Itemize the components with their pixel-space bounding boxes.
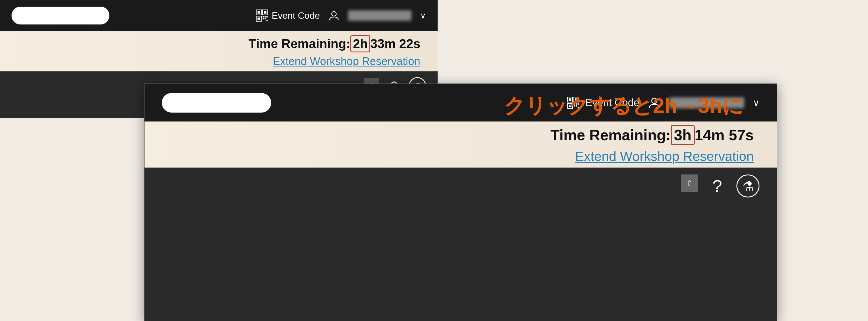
qr-code-icon[interactable]	[256, 9, 268, 22]
event-code-label: Event Code	[272, 10, 320, 21]
svg-rect-10	[265, 18, 266, 19]
help-icon-bottom: ?	[713, 176, 722, 196]
svg-rect-11	[266, 20, 268, 21]
bottom-footer-nav: ⇧ ? ⚗	[145, 167, 777, 321]
username-redacted-top	[348, 10, 411, 21]
svg-rect-9	[262, 18, 264, 19]
bottom-logo	[162, 93, 271, 113]
svg-rect-8	[266, 16, 268, 17]
top-minutes-seconds: 33m 22s	[370, 37, 420, 51]
top-hours-highlight: 2h	[350, 35, 370, 53]
bottom-hours-highlight: 3h	[671, 125, 695, 145]
bottom-time-bar: Time Remaining: 3h 14m 57s Extend Worksh…	[145, 122, 777, 167]
scroll-up-button-bottom[interactable]: ⇧	[681, 174, 698, 192]
svg-rect-3	[264, 11, 266, 14]
svg-rect-5	[257, 18, 260, 20]
top-time-bar: Time Remaining: 2h 33m 22s Extend Worksh…	[0, 31, 438, 71]
top-logo	[11, 7, 110, 25]
bottom-footer-icons: ? ⚗	[713, 174, 760, 197]
time-remaining-label-top: Time Remaining:	[248, 37, 350, 51]
top-time-remaining: Time Remaining: 2h 33m 22s	[248, 35, 420, 53]
bottom-time-remaining: Time Remaining: 3h 14m 57s	[551, 125, 754, 145]
svg-rect-1	[257, 11, 260, 14]
time-remaining-label-bottom: Time Remaining:	[551, 126, 671, 143]
svg-rect-6	[262, 16, 264, 17]
top-qr-event-group: Event Code	[256, 9, 320, 22]
japanese-annotation: クリックすると2h→3hに	[504, 92, 743, 120]
chevron-down-icon-top[interactable]: ∨	[420, 11, 426, 21]
svg-rect-7	[265, 16, 266, 17]
chevron-down-icon-bottom[interactable]: ∨	[753, 97, 760, 108]
svg-point-12	[332, 11, 336, 16]
extend-workshop-link-bottom[interactable]: Extend Workshop Reservation	[575, 149, 754, 164]
top-navbar: Event Code ∨	[0, 0, 438, 31]
extend-workshop-link-top[interactable]: Extend Workshop Reservation	[273, 55, 420, 68]
user-icon-top	[329, 10, 339, 21]
lab-icon-bottom: ⚗	[737, 174, 760, 197]
bottom-minutes-seconds: 14m 57s	[695, 126, 754, 143]
